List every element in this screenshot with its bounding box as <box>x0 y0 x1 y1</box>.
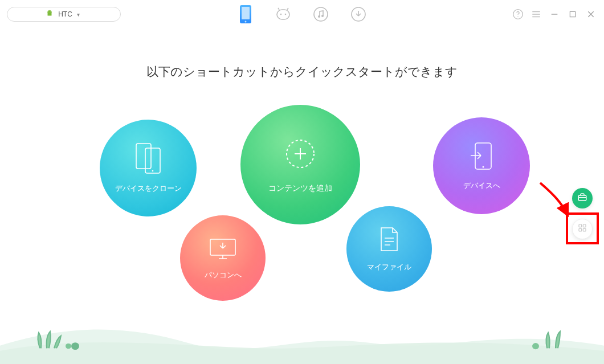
nav-android[interactable] <box>273 4 293 24</box>
file-icon <box>378 226 401 255</box>
minimize-button[interactable] <box>548 8 561 21</box>
side-toolbox-button[interactable] <box>572 188 593 208</box>
shortcut-clone-label: デバイスをクローン <box>115 183 182 194</box>
shortcut-stage: デバイスをクローン コンテンツを追加 パソコンへ <box>0 85 604 313</box>
chevron-down-icon: ▾ <box>77 11 80 18</box>
nav-device[interactable] <box>235 4 256 24</box>
maximize-button[interactable] <box>566 8 579 21</box>
page-heading: 以下のショートカットからクイックスタートができます <box>0 64 604 80</box>
svg-point-20 <box>483 166 484 168</box>
svg-rect-25 <box>583 228 586 231</box>
svg-point-7 <box>314 7 328 21</box>
shortcut-clone[interactable]: デバイスをクローン <box>100 120 197 216</box>
monitor-download-icon <box>209 236 237 263</box>
shortcut-to-device[interactable]: デバイスへ <box>433 117 530 214</box>
svg-rect-2 <box>242 7 250 19</box>
svg-point-8 <box>318 15 320 18</box>
svg-point-5 <box>280 14 282 15</box>
svg-point-9 <box>321 15 324 17</box>
svg-rect-22 <box>579 224 582 227</box>
phone-import-icon <box>470 141 493 174</box>
device-selector[interactable]: HTC ▾ <box>7 7 121 22</box>
svg-rect-4 <box>277 10 289 19</box>
top-bar: HTC ▾ <box>0 0 604 28</box>
svg-rect-0 <box>48 13 52 15</box>
android-icon <box>46 10 54 19</box>
plus-circle-icon <box>282 136 319 174</box>
shortcut-my-label: マイファイル <box>367 262 411 272</box>
shortcut-add-content[interactable]: コンテンツを追加 <box>240 105 360 224</box>
side-grid-button[interactable] <box>572 219 593 239</box>
svg-point-27 <box>71 342 79 350</box>
svg-rect-13 <box>570 11 575 17</box>
shortcut-to-pc[interactable]: パソコンへ <box>180 215 266 301</box>
svg-point-6 <box>285 14 287 15</box>
nav-music[interactable] <box>311 4 331 24</box>
svg-point-3 <box>245 21 247 23</box>
shortcut-pc-label: パソコンへ <box>205 270 242 280</box>
svg-rect-15 <box>145 148 160 173</box>
svg-point-16 <box>152 170 154 172</box>
toolbox-icon <box>577 192 587 205</box>
svg-rect-24 <box>579 228 582 231</box>
device-name: HTC <box>58 10 72 18</box>
clone-icon <box>135 142 161 177</box>
svg-point-26 <box>66 343 71 349</box>
close-button[interactable] <box>585 8 597 21</box>
shortcut-device-label: デバイスへ <box>463 181 500 191</box>
top-nav <box>235 4 369 24</box>
nav-download[interactable] <box>348 4 369 24</box>
svg-rect-19 <box>475 143 491 169</box>
svg-point-28 <box>532 343 539 349</box>
shortcut-add-label: コンテンツを追加 <box>268 183 332 194</box>
menu-button[interactable] <box>530 8 542 21</box>
svg-rect-14 <box>136 144 151 169</box>
window-controls <box>512 8 597 21</box>
help-button[interactable] <box>512 8 524 21</box>
grid-icon <box>578 223 587 235</box>
svg-point-12 <box>517 17 518 17</box>
svg-rect-23 <box>583 224 586 227</box>
shortcut-my-files[interactable]: マイファイル <box>346 206 432 292</box>
